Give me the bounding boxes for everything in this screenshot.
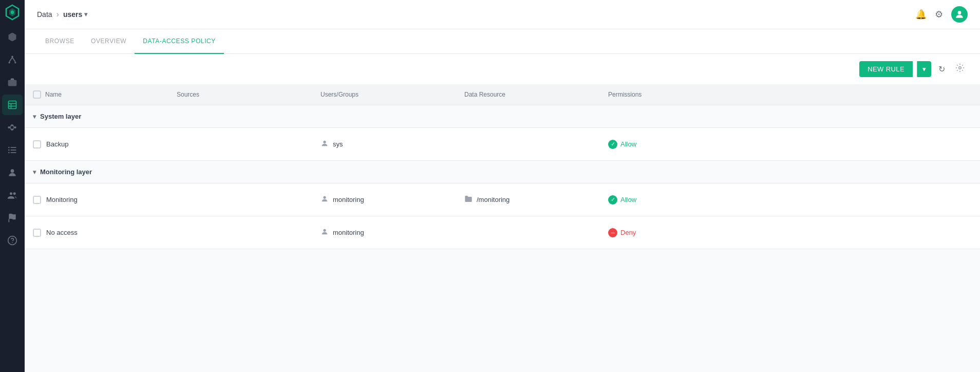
td-permission-monitoring: ✓ Allow	[600, 187, 980, 213]
content-area: NEW RULE ▾ ↻ Name Sources Users/Groups	[25, 54, 980, 372]
svg-rect-9	[9, 101, 16, 109]
allow-label-backup: Allow	[620, 140, 636, 148]
svg-rect-8	[8, 80, 17, 86]
td-name-no-access: No access	[25, 220, 168, 245]
svg-point-36	[323, 196, 326, 198]
sidebar-item-cube[interactable]	[2, 27, 23, 47]
refresh-button[interactable]: ↻	[935, 61, 948, 77]
data-access-table: Name Sources Users/Groups Data Resource …	[25, 84, 980, 249]
svg-line-18	[10, 127, 11, 129]
tab-data-access-policy[interactable]: DATA-ACCESS POLICY	[135, 29, 224, 54]
toolbar: NEW RULE ▾ ↻	[25, 54, 980, 84]
table-settings-button[interactable]	[952, 60, 968, 78]
row-name-no-access: No access	[46, 229, 78, 236]
permission-allow-monitoring: ✓ Allow	[608, 195, 636, 204]
td-sources-no-access	[168, 225, 312, 241]
sidebar-item-package[interactable]	[2, 72, 23, 92]
svg-rect-16	[14, 126, 16, 128]
header-actions: 🔔 ⚙	[915, 6, 968, 23]
svg-point-27	[11, 169, 14, 173]
svg-rect-13	[8, 126, 10, 128]
table-header: Name Sources Users/Groups Data Resource …	[25, 84, 980, 105]
table-row: No access monitoring − Den	[25, 216, 980, 249]
allow-icon-backup: ✓	[608, 140, 617, 149]
svg-point-28	[10, 192, 12, 195]
settings-icon[interactable]: ⚙	[935, 9, 943, 20]
select-all-checkbox[interactable]	[33, 90, 41, 99]
td-user-no-access: monitoring	[312, 219, 456, 246]
svg-point-5	[14, 62, 16, 63]
svg-point-25	[8, 150, 10, 151]
sidebar-item-diagram[interactable]	[2, 117, 23, 138]
svg-line-17	[10, 125, 11, 127]
folder-icon-monitoring	[464, 195, 473, 204]
sidebar-item-person[interactable]	[2, 162, 23, 183]
row-name-monitoring: Monitoring	[46, 196, 78, 203]
td-user-monitoring: monitoring	[312, 187, 456, 213]
sidebar-item-help[interactable]	[2, 230, 23, 251]
group-system-layer[interactable]: ▾ System layer	[25, 105, 980, 128]
td-permission-no-access: − Deny	[600, 220, 980, 246]
permission-deny-no-access: − Deny	[608, 228, 636, 237]
svg-point-37	[323, 229, 326, 231]
row-checkbox-no-access[interactable]	[33, 229, 41, 237]
svg-point-26	[8, 152, 10, 154]
table-row: Monitoring monitoring /monitoring	[25, 183, 980, 216]
app-logo[interactable]	[4, 4, 21, 21]
permission-allow-backup: ✓ Allow	[608, 140, 636, 149]
breadcrumb-current[interactable]: users ▾	[63, 10, 87, 18]
th-sources: Sources	[168, 84, 312, 105]
svg-point-29	[13, 192, 16, 195]
breadcrumb-separator: ›	[56, 10, 59, 19]
td-permission-backup: ✓ Allow	[600, 132, 980, 157]
td-data-resource-monitoring: /monitoring	[456, 187, 600, 213]
sidebar-item-group[interactable]	[2, 185, 23, 206]
tab-browse[interactable]: BROWSE	[37, 29, 83, 54]
user-icon-monitoring	[321, 195, 329, 205]
sidebar-item-nodes[interactable]	[2, 49, 23, 70]
sidebar-item-flag[interactable]	[2, 208, 23, 228]
th-name: Name	[25, 84, 168, 105]
svg-point-32	[12, 242, 13, 243]
td-sources-monitoring	[168, 192, 312, 208]
sidebar-item-list[interactable]	[2, 140, 23, 160]
svg-rect-15	[11, 129, 13, 131]
td-sources-backup	[168, 136, 312, 153]
main-content: Data › users ▾ 🔔 ⚙ BROWSE OVERVIEW DATA-…	[25, 0, 980, 372]
header: Data › users ▾ 🔔 ⚙	[25, 0, 980, 29]
new-rule-button[interactable]: NEW RULE	[859, 61, 913, 77]
deny-label-no-access: Deny	[620, 229, 636, 236]
svg-line-19	[13, 125, 14, 127]
svg-point-3	[11, 56, 13, 58]
th-users-groups: Users/Groups	[312, 84, 456, 105]
svg-point-33	[958, 11, 962, 14]
svg-rect-14	[11, 124, 13, 126]
svg-line-20	[13, 127, 14, 129]
breadcrumb-dropdown-icon: ▾	[84, 11, 87, 18]
th-permissions: Permissions	[600, 84, 980, 105]
notification-icon[interactable]: 🔔	[915, 9, 927, 20]
th-data-resource: Data Resource	[456, 84, 600, 105]
allow-icon-monitoring: ✓	[608, 195, 617, 204]
svg-point-35	[323, 140, 326, 143]
user-value-no-access: monitoring	[333, 229, 364, 236]
row-checkbox-monitoring[interactable]	[33, 196, 41, 204]
tab-overview[interactable]: OVERVIEW	[83, 29, 135, 54]
system-layer-label: System layer	[40, 113, 81, 120]
td-data-resource-backup	[456, 136, 600, 153]
avatar[interactable]	[951, 6, 968, 23]
group-monitoring-layer[interactable]: ▾ Monitoring layer	[25, 161, 980, 183]
data-resource-value-monitoring: /monitoring	[477, 196, 510, 203]
sidebar-item-table[interactable]	[2, 95, 23, 115]
user-icon-backup	[321, 139, 329, 150]
system-layer-chevron-icon: ▾	[33, 113, 36, 120]
new-rule-dropdown-button[interactable]: ▾	[917, 61, 931, 77]
row-name-backup: Backup	[46, 140, 68, 148]
user-value-monitoring: monitoring	[333, 196, 364, 203]
svg-point-24	[8, 147, 10, 148]
monitoring-layer-chevron-icon: ▾	[33, 169, 36, 176]
svg-line-7	[12, 58, 15, 62]
row-checkbox-backup[interactable]	[33, 140, 41, 148]
user-value-backup: sys	[333, 140, 343, 148]
breadcrumb: Data › users ▾	[37, 10, 87, 19]
